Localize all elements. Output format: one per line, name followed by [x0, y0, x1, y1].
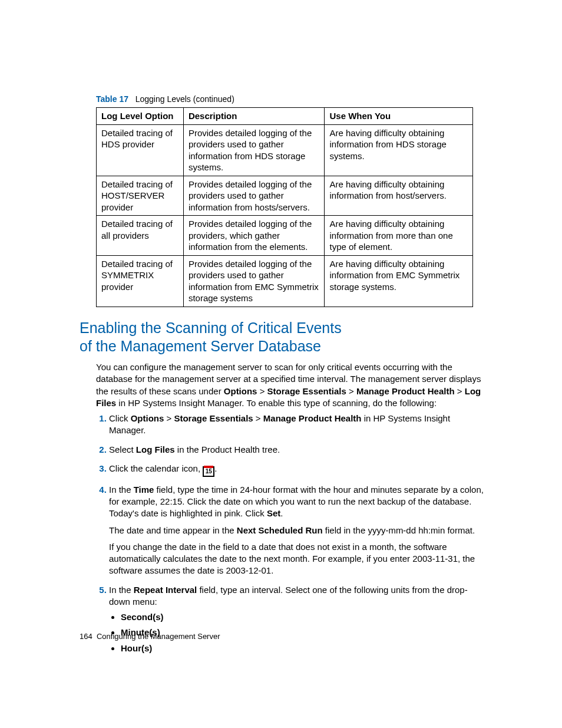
table-row: Detailed tracing of HDS provider Provide…: [97, 124, 473, 176]
cell: Provides detailed logging of the provide…: [183, 124, 325, 176]
table-title: Logging Levels (continued): [135, 94, 234, 104]
col-description: Description: [183, 108, 325, 125]
cell: Provides detailed logging of the provide…: [183, 176, 325, 216]
table-header-row: Log Level Option Description Use When Yo…: [97, 108, 473, 125]
cell: Provides detailed logging of the provide…: [183, 216, 325, 256]
step-4-p2: The date and time appear in the Next Sch…: [109, 525, 485, 536]
cell: Detailed tracing of HOST/SERVER provider: [97, 176, 184, 216]
step-5: In the Repeat Interval field, type an in…: [109, 584, 485, 654]
table-row: Detailed tracing of all providers Provid…: [97, 216, 473, 256]
col-use-when: Use When You: [325, 108, 473, 125]
unit-seconds: Second(s): [121, 611, 485, 623]
cell: Provides detailed logging of the provide…: [183, 255, 325, 307]
cell: Detailed tracing of SYMMETRIX provider: [97, 255, 184, 307]
heading-line-1: Enabling the Scanning of Critical Events: [80, 319, 342, 336]
page-footer: 164 Configuring the Management Server: [80, 632, 220, 641]
heading-line-2: of the Management Server Database: [80, 338, 321, 354]
step-4-p3: If you change the date in the field to a…: [109, 541, 485, 577]
logging-levels-table: Log Level Option Description Use When Yo…: [96, 107, 473, 307]
cell: Are having difficulty obtaining informat…: [325, 124, 473, 176]
step-4: In the Time field, type the time in 24-h…: [109, 484, 485, 577]
cell: Are having difficulty obtaining informat…: [325, 216, 473, 256]
cell: Detailed tracing of HDS provider: [97, 124, 184, 176]
cell: Are having difficulty obtaining informat…: [325, 255, 473, 307]
table-row: Detailed tracing of SYMMETRIX provider P…: [97, 255, 473, 307]
cell: Are having difficulty obtaining informat…: [325, 176, 473, 216]
step-2: Select Log Files in the Product Health t…: [109, 444, 485, 456]
step-3: Click the calendar icon, 15.: [109, 463, 485, 477]
step-1: Click Options > Storage Essentials > Man…: [109, 413, 485, 437]
footer-title: Configuring the Management Server: [97, 632, 220, 641]
steps-list: Click Options > Storage Essentials > Man…: [96, 413, 485, 654]
col-log-level: Log Level Option: [97, 108, 184, 125]
page-number: 164: [80, 632, 92, 641]
table-number: Table 17: [96, 94, 128, 104]
table-row: Detailed tracing of HOST/SERVER provider…: [97, 176, 473, 216]
table-caption: Table 17 Logging Levels (continued): [96, 94, 485, 104]
unit-hours: Hour(s): [121, 643, 485, 654]
intro-paragraph: You can configure the management server …: [96, 361, 485, 409]
section-heading: Enabling the Scanning of Critical Events…: [80, 319, 485, 356]
cell: Detailed tracing of all providers: [97, 216, 184, 256]
calendar-icon: 15: [203, 466, 214, 477]
